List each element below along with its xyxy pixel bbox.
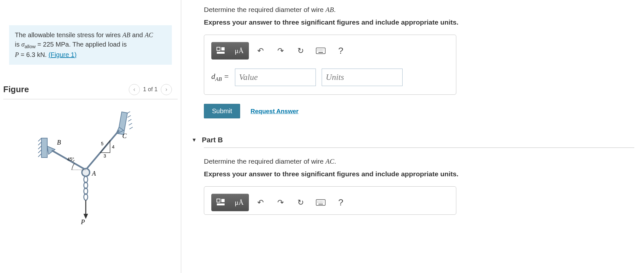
part-b-title: Part B — [202, 136, 223, 144]
undo-icon[interactable]: ↶ — [254, 44, 267, 57]
stress-value: 225 MPa — [43, 41, 69, 48]
p-symbol: P — [15, 51, 19, 58]
svg-rect-33 — [217, 199, 220, 202]
svg-line-12 — [129, 127, 133, 129]
label-tri-v: 4 — [112, 144, 115, 149]
part-b-header[interactable]: ▼ Part B — [192, 136, 634, 144]
answer-panel-b: μÅ ↶ ↷ ↻ ? — [204, 186, 456, 215]
dark-toolbar: μÅ — [211, 194, 249, 211]
label-b: B — [57, 139, 61, 146]
light-toolbar: ↶ ↷ ↻ ? — [249, 42, 352, 60]
figure-title: Figure — [3, 84, 29, 94]
redo-icon[interactable]: ↷ — [274, 44, 287, 57]
label-tri-hyp: 5 — [101, 141, 104, 146]
svg-rect-0 — [41, 138, 47, 158]
label-p: P — [81, 218, 85, 225]
wire-ab: AB — [326, 6, 334, 14]
svg-rect-34 — [221, 199, 225, 202]
text: = — [19, 51, 26, 58]
figure-prev-button[interactable]: ‹ — [129, 84, 140, 95]
svg-line-2 — [38, 142, 41, 145]
divider — [204, 147, 634, 148]
var-subscript: AB — [215, 76, 222, 82]
variable-label: dAB = — [211, 72, 229, 82]
wire-ac: AC — [326, 158, 334, 165]
svg-line-1 — [38, 138, 41, 141]
svg-line-11 — [129, 123, 132, 125]
toolbar: μÅ ↶ ↷ ↻ ? — [211, 194, 352, 211]
right-column: Determine the required diameter of wire … — [181, 0, 644, 273]
part-a-instruction: Express your answer to three significant… — [204, 18, 634, 26]
reset-icon[interactable]: ↻ — [294, 44, 307, 57]
text: . — [334, 6, 336, 13]
svg-rect-26 — [217, 47, 220, 50]
reset-icon[interactable]: ↻ — [294, 196, 307, 209]
svg-line-3 — [38, 146, 41, 149]
problem-statement: The allowable tensile stress for wires A… — [9, 25, 172, 65]
text: . The applied load is — [69, 41, 127, 48]
part-b-prompt: Determine the required diameter of wire … — [204, 158, 634, 166]
svg-line-10 — [128, 119, 131, 121]
label-tri-h: 3 — [104, 153, 106, 158]
sigma-symbol: σ — [21, 41, 25, 48]
part-b-instruction: Express your answer to three significant… — [204, 170, 634, 178]
dark-toolbar: μÅ — [211, 42, 249, 60]
text: and — [130, 31, 145, 38]
figure-next-button[interactable]: › — [161, 84, 172, 95]
text: . — [334, 158, 336, 165]
collapse-caret-icon: ▼ — [192, 137, 197, 143]
keyboard-icon[interactable] — [314, 196, 327, 209]
svg-line-9 — [128, 115, 131, 117]
light-toolbar: ↶ ↷ ↻ ? — [249, 194, 352, 211]
figure-nav: ‹ 1 of 1 › — [129, 84, 172, 95]
toolbar: μÅ ↶ ↷ ↻ ? — [211, 42, 352, 60]
help-icon[interactable]: ? — [334, 196, 347, 209]
input-row: dAB = — [211, 69, 449, 86]
submit-button[interactable]: Submit — [204, 104, 240, 118]
svg-rect-27 — [221, 47, 225, 50]
keyboard-icon[interactable] — [314, 44, 327, 57]
text: Determine the required diameter of wire — [204, 158, 326, 165]
wire-ac: AC — [145, 31, 153, 38]
answer-panel-a: μÅ ↶ ↷ ↻ ? dAB = — [204, 35, 456, 95]
allow-subscript: allow — [25, 44, 36, 49]
svg-line-8 — [127, 112, 130, 114]
part-a-prompt: Determine the required diameter of wire … — [204, 6, 634, 14]
text: is — [15, 41, 21, 48]
var-symbol: d — [211, 72, 215, 81]
templates-icon[interactable] — [213, 44, 229, 58]
wire-ab: AB — [122, 31, 130, 38]
figure-link[interactable]: (Figure 1) — [49, 51, 77, 58]
undo-icon[interactable]: ↶ — [254, 196, 267, 209]
submit-row: Submit Request Answer — [204, 104, 634, 118]
value-input[interactable] — [235, 69, 316, 86]
svg-marker-6 — [47, 146, 55, 154]
figure-counter: 1 of 1 — [143, 86, 158, 93]
redo-icon[interactable]: ↷ — [274, 196, 287, 209]
label-angle: 45° — [67, 157, 74, 162]
request-answer-link[interactable]: Request Answer — [250, 108, 298, 115]
figure-image: B C A P 45° 3 4 5 — [32, 109, 162, 229]
text: = — [36, 41, 43, 48]
label-c: C — [122, 132, 127, 139]
label-a: A — [91, 170, 96, 177]
divider — [3, 99, 178, 99]
svg-rect-28 — [217, 52, 225, 54]
svg-line-4 — [38, 150, 41, 153]
svg-rect-35 — [217, 203, 225, 205]
left-column: The allowable tensile stress for wires A… — [0, 0, 181, 273]
text: Determine the required diameter of wire — [204, 6, 326, 13]
load-value: 6.3 kN — [26, 51, 45, 58]
text: The allowable tensile stress for wires — [15, 31, 122, 38]
help-icon[interactable]: ? — [334, 44, 347, 57]
svg-line-5 — [38, 154, 41, 157]
templates-icon[interactable] — [213, 195, 229, 210]
units-mu-angstrom-icon[interactable]: μÅ — [231, 195, 247, 210]
units-input[interactable] — [322, 69, 403, 86]
units-mu-angstrom-icon[interactable]: μÅ — [231, 44, 247, 58]
